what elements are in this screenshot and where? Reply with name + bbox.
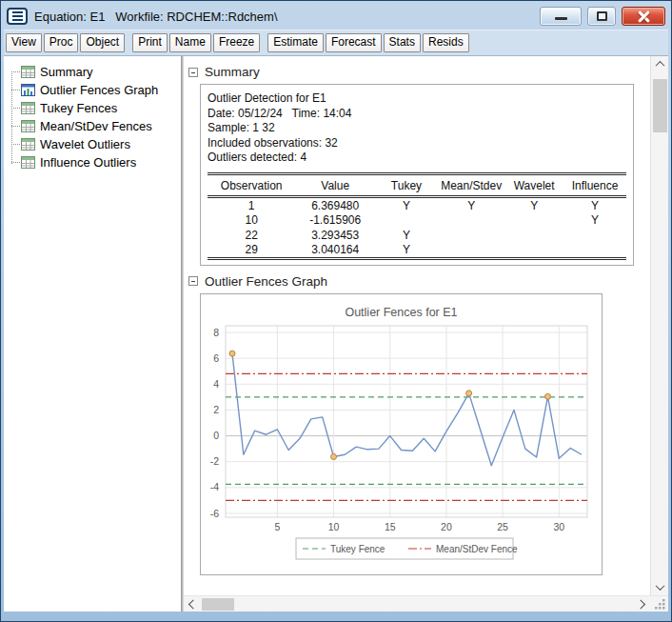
maximize-button[interactable] [587, 7, 616, 26]
sidebar-item-tukey-fences[interactable]: Tukey Fences [4, 99, 181, 117]
svg-text:Tukey Fence: Tukey Fence [330, 543, 385, 553]
scroll-left-button[interactable] [184, 601, 200, 608]
graph-section-header: Outlier Fences Graph [188, 274, 650, 289]
equation-window: Equation: E1 Workfile: RDCHEM::Rdchem\ V… [0, 0, 672, 622]
svg-text:-2: -2 [210, 455, 219, 467]
svg-text:15: 15 [385, 521, 396, 532]
svg-text:30: 30 [553, 521, 564, 532]
svg-text:5: 5 [274, 521, 280, 532]
table-rule [208, 257, 626, 260]
col-header: Tukey [375, 175, 438, 195]
graph-icon [21, 84, 35, 96]
vertical-scrollbar[interactable] [650, 56, 668, 595]
stats-button[interactable]: Stats [384, 33, 421, 52]
col-header: Mean/Stdev [438, 175, 504, 195]
section-title: Outlier Fences Graph [205, 274, 327, 289]
outlier-fences-graph-box[interactable]: Outlier Fences for E186420-2-4-651015202… [200, 293, 603, 575]
svg-text:-6: -6 [210, 507, 219, 518]
freeze-button[interactable]: Freeze [213, 33, 260, 52]
chevron-down-icon [655, 581, 664, 591]
svg-text:20: 20 [441, 521, 452, 532]
cell [504, 228, 563, 243]
toolbar: View Proc Object Print Name Freeze Estim… [4, 30, 668, 55]
proc-button[interactable]: Proc [44, 33, 79, 52]
section-title: Summary [205, 65, 260, 79]
sidebar-item-outlier-fences-graph[interactable]: Outlier Fences Graph [4, 81, 181, 99]
chevron-up-icon [655, 61, 664, 70]
table-icon [21, 102, 35, 114]
outlier-fences-chart: Outlier Fences for E186420-2-4-651015202… [201, 294, 602, 574]
sidebar-item-influence-outliers[interactable]: Influence Outliers [4, 153, 181, 171]
svg-text:25: 25 [497, 521, 508, 532]
view-button[interactable]: View [6, 33, 42, 52]
summary-line: Outlier Detection for E1 [208, 91, 626, 107]
scroll-right-button[interactable] [634, 601, 650, 608]
scroll-down-button[interactable] [651, 579, 668, 595]
cell: Y [375, 242, 438, 257]
cell: 3.040164 [295, 242, 375, 257]
svg-text:10: 10 [328, 521, 340, 532]
table-row: 1 6.369480 Y Y Y Y [208, 198, 626, 213]
outlier-table-body: 1 6.369480 Y Y Y Y 10 -1.615906 [208, 198, 626, 257]
col-header: Influence [563, 175, 626, 195]
sidebar-item-mean-stdev-fences[interactable]: Mean/StDev Fences [4, 117, 181, 135]
resids-button[interactable]: Resids [423, 33, 469, 52]
sidebar-item-summary[interactable]: Summary [4, 63, 181, 81]
cell: 22 [208, 228, 295, 243]
scrollbar-corner [650, 596, 668, 612]
horizontal-scrollbar[interactable] [184, 596, 650, 612]
cell: 29 [208, 242, 295, 257]
table-icon [21, 120, 35, 132]
table-icon [21, 138, 35, 150]
minimize-button[interactable] [540, 7, 582, 26]
cell [438, 228, 504, 243]
sidebar-item-label: Tukey Fences [40, 101, 117, 115]
cell [438, 212, 504, 228]
cell: 1 [208, 198, 295, 213]
summary-section-header: Summary [188, 65, 650, 79]
name-button[interactable]: Name [169, 33, 211, 52]
sidebar-item-label: Summary [40, 65, 93, 79]
main-area: Summary Outlier Fences Graph Tukey Fence… [4, 55, 668, 612]
summary-line: Included observations: 32 [208, 136, 626, 151]
cell: Y [563, 198, 626, 213]
table-row: 10 -1.615906 Y [208, 212, 626, 228]
bottom-scroll-row [184, 595, 668, 612]
toolbar-group-print: Print Name Freeze [132, 33, 260, 52]
spool-pane: Summary Outlier Detection for E1 Date: 0… [184, 56, 668, 612]
window-title: Equation: E1 Workfile: RDCHEM::Rdchem\ [34, 10, 533, 24]
cell [563, 228, 626, 243]
object-button[interactable]: Object [80, 33, 125, 52]
sidebar-item-label: Mean/StDev Fences [40, 119, 152, 133]
cell: Y [438, 198, 504, 213]
scroll-up-button[interactable] [651, 56, 668, 72]
summary-line: Sample: 1 32 [208, 121, 626, 136]
sidebar-item-wavelet-outliers[interactable]: Wavelet Outliers [4, 135, 181, 153]
print-button[interactable]: Print [132, 33, 168, 52]
cell: 10 [208, 212, 295, 228]
collapse-icon[interactable] [188, 68, 198, 77]
spool-tree: Summary Outlier Fences Graph Tukey Fence… [4, 56, 181, 612]
collapse-icon[interactable] [188, 276, 198, 286]
close-button[interactable] [622, 7, 665, 26]
hamburger-icon [12, 11, 23, 21]
estimate-button[interactable]: Estimate [267, 33, 324, 52]
resize-grip-icon[interactable] [654, 598, 665, 610]
vertical-scroll-thumb[interactable] [653, 79, 667, 132]
maximize-icon [597, 11, 607, 21]
svg-text:Mean/StDev Fence: Mean/StDev Fence [436, 543, 518, 553]
toolbar-group-estimate: Estimate Forecast Stats Resids [267, 33, 468, 52]
forecast-button[interactable]: Forecast [326, 33, 382, 52]
outlier-table: Observation Value Tukey Mean/Stdev Wavel… [208, 175, 626, 195]
svg-text:6: 6 [213, 352, 219, 364]
horizontal-scroll-thumb[interactable] [202, 598, 234, 611]
sidebar-item-label: Influence Outliers [40, 155, 136, 170]
summary-line: Outliers detected: 4 [208, 150, 626, 166]
system-menu-icon[interactable] [7, 8, 28, 25]
cell [563, 242, 626, 257]
table-icon [21, 66, 35, 78]
window-controls [540, 7, 665, 26]
cell [438, 242, 504, 257]
cell: Y [375, 228, 438, 243]
toolbar-group-view: View Proc Object [6, 33, 125, 52]
